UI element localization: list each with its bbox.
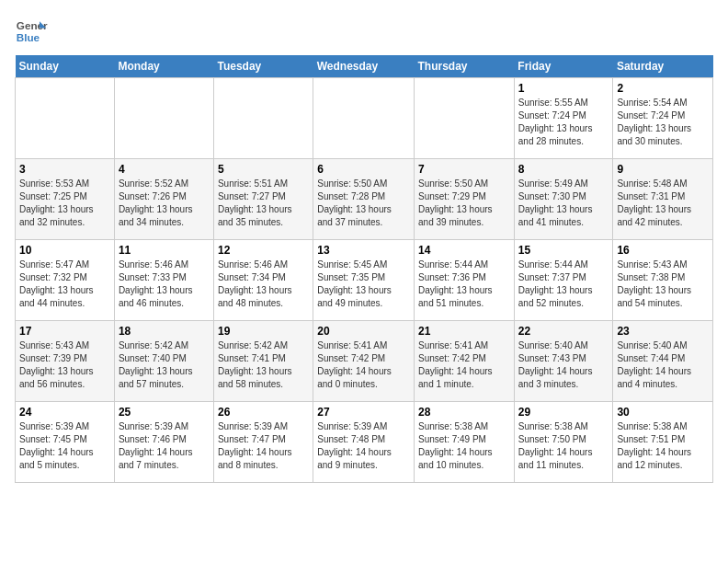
day-info: Sunrise: 5:48 AM Sunset: 7:31 PM Dayligh… <box>617 178 709 229</box>
weekday-header-friday: Friday <box>514 55 613 78</box>
day-cell: 23Sunrise: 5:40 AM Sunset: 7:44 PM Dayli… <box>613 321 713 402</box>
day-info: Sunrise: 5:46 AM Sunset: 7:33 PM Dayligh… <box>119 259 210 310</box>
day-info: Sunrise: 5:49 AM Sunset: 7:30 PM Dayligh… <box>518 178 609 229</box>
day-number: 14 <box>418 244 510 257</box>
day-cell: 4Sunrise: 5:52 AM Sunset: 7:26 PM Daylig… <box>114 159 213 240</box>
day-cell: 28Sunrise: 5:38 AM Sunset: 7:49 PM Dayli… <box>415 402 515 483</box>
day-cell <box>16 78 115 159</box>
day-number: 8 <box>518 163 609 176</box>
day-number: 15 <box>518 244 609 257</box>
day-number: 4 <box>119 163 210 176</box>
day-number: 18 <box>119 325 210 338</box>
day-cell: 24Sunrise: 5:39 AM Sunset: 7:45 PM Dayli… <box>16 402 115 483</box>
week-row-2: 3Sunrise: 5:53 AM Sunset: 7:25 PM Daylig… <box>16 159 713 240</box>
day-number: 23 <box>617 325 709 338</box>
day-number: 7 <box>418 163 510 176</box>
day-info: Sunrise: 5:46 AM Sunset: 7:34 PM Dayligh… <box>218 259 309 310</box>
day-cell: 3Sunrise: 5:53 AM Sunset: 7:25 PM Daylig… <box>16 159 115 240</box>
day-info: Sunrise: 5:53 AM Sunset: 7:25 PM Dayligh… <box>19 178 110 229</box>
day-cell: 10Sunrise: 5:47 AM Sunset: 7:32 PM Dayli… <box>16 240 115 321</box>
logo: General Blue <box>15 15 50 48</box>
day-cell: 26Sunrise: 5:39 AM Sunset: 7:47 PM Dayli… <box>213 402 313 483</box>
day-cell: 29Sunrise: 5:38 AM Sunset: 7:50 PM Dayli… <box>514 402 613 483</box>
day-info: Sunrise: 5:50 AM Sunset: 7:28 PM Dayligh… <box>317 178 410 229</box>
day-number: 27 <box>317 406 410 419</box>
day-cell: 1Sunrise: 5:55 AM Sunset: 7:24 PM Daylig… <box>514 78 613 159</box>
day-info: Sunrise: 5:39 AM Sunset: 7:46 PM Dayligh… <box>119 420 210 472</box>
day-number: 30 <box>617 406 709 419</box>
day-number: 28 <box>418 406 510 419</box>
day-number: 25 <box>119 406 210 419</box>
day-info: Sunrise: 5:51 AM Sunset: 7:27 PM Dayligh… <box>218 178 309 229</box>
weekday-header-monday: Monday <box>114 55 213 78</box>
day-info: Sunrise: 5:54 AM Sunset: 7:24 PM Dayligh… <box>617 97 709 148</box>
day-cell <box>213 78 313 159</box>
day-cell: 30Sunrise: 5:38 AM Sunset: 7:51 PM Dayli… <box>613 402 713 483</box>
logo-icon: General Blue <box>15 15 48 48</box>
week-row-4: 17Sunrise: 5:43 AM Sunset: 7:39 PM Dayli… <box>16 321 713 402</box>
day-info: Sunrise: 5:50 AM Sunset: 7:29 PM Dayligh… <box>418 178 510 229</box>
day-info: Sunrise: 5:38 AM Sunset: 7:51 PM Dayligh… <box>617 420 709 472</box>
day-number: 10 <box>19 244 110 257</box>
day-info: Sunrise: 5:40 AM Sunset: 7:43 PM Dayligh… <box>518 339 609 391</box>
day-number: 22 <box>518 325 609 338</box>
day-cell: 8Sunrise: 5:49 AM Sunset: 7:30 PM Daylig… <box>514 159 613 240</box>
week-row-3: 10Sunrise: 5:47 AM Sunset: 7:32 PM Dayli… <box>16 240 713 321</box>
svg-text:Blue: Blue <box>17 31 40 43</box>
day-number: 20 <box>317 325 410 338</box>
day-cell: 6Sunrise: 5:50 AM Sunset: 7:28 PM Daylig… <box>313 159 415 240</box>
day-cell <box>114 78 213 159</box>
day-number: 12 <box>218 244 309 257</box>
day-cell: 17Sunrise: 5:43 AM Sunset: 7:39 PM Dayli… <box>16 321 115 402</box>
day-cell: 20Sunrise: 5:41 AM Sunset: 7:42 PM Dayli… <box>313 321 415 402</box>
day-number: 9 <box>617 163 709 176</box>
day-number: 29 <box>518 406 609 419</box>
weekday-header-wednesday: Wednesday <box>313 55 415 78</box>
day-info: Sunrise: 5:44 AM Sunset: 7:36 PM Dayligh… <box>418 259 510 310</box>
day-number: 3 <box>19 163 110 176</box>
day-cell: 15Sunrise: 5:44 AM Sunset: 7:37 PM Dayli… <box>514 240 613 321</box>
day-info: Sunrise: 5:45 AM Sunset: 7:35 PM Dayligh… <box>317 259 410 310</box>
day-cell <box>313 78 415 159</box>
day-cell: 14Sunrise: 5:44 AM Sunset: 7:36 PM Dayli… <box>415 240 515 321</box>
day-info: Sunrise: 5:43 AM Sunset: 7:38 PM Dayligh… <box>617 259 709 310</box>
day-cell: 18Sunrise: 5:42 AM Sunset: 7:40 PM Dayli… <box>114 321 213 402</box>
day-cell: 16Sunrise: 5:43 AM Sunset: 7:38 PM Dayli… <box>613 240 713 321</box>
day-info: Sunrise: 5:39 AM Sunset: 7:48 PM Dayligh… <box>317 420 410 472</box>
day-cell: 12Sunrise: 5:46 AM Sunset: 7:34 PM Dayli… <box>213 240 313 321</box>
day-number: 6 <box>317 163 410 176</box>
day-number: 11 <box>119 244 210 257</box>
day-cell: 27Sunrise: 5:39 AM Sunset: 7:48 PM Dayli… <box>313 402 415 483</box>
day-cell: 11Sunrise: 5:46 AM Sunset: 7:33 PM Dayli… <box>114 240 213 321</box>
day-info: Sunrise: 5:42 AM Sunset: 7:40 PM Dayligh… <box>119 339 210 391</box>
day-cell: 21Sunrise: 5:41 AM Sunset: 7:42 PM Dayli… <box>415 321 515 402</box>
day-info: Sunrise: 5:39 AM Sunset: 7:45 PM Dayligh… <box>19 420 110 472</box>
day-info: Sunrise: 5:44 AM Sunset: 7:37 PM Dayligh… <box>518 259 609 310</box>
day-number: 16 <box>617 244 709 257</box>
day-cell <box>415 78 515 159</box>
day-number: 21 <box>418 325 510 338</box>
header: General Blue <box>15 15 713 48</box>
day-number: 19 <box>218 325 309 338</box>
day-cell: 5Sunrise: 5:51 AM Sunset: 7:27 PM Daylig… <box>213 159 313 240</box>
week-row-1: 1Sunrise: 5:55 AM Sunset: 7:24 PM Daylig… <box>16 78 713 159</box>
day-info: Sunrise: 5:40 AM Sunset: 7:44 PM Dayligh… <box>617 339 709 391</box>
weekday-header-tuesday: Tuesday <box>213 55 313 78</box>
day-number: 5 <box>218 163 309 176</box>
calendar-table: SundayMondayTuesdayWednesdayThursdayFrid… <box>15 55 713 483</box>
day-info: Sunrise: 5:55 AM Sunset: 7:24 PM Dayligh… <box>518 97 609 148</box>
day-cell: 19Sunrise: 5:42 AM Sunset: 7:41 PM Dayli… <box>213 321 313 402</box>
weekday-header-sunday: Sunday <box>16 55 115 78</box>
day-info: Sunrise: 5:52 AM Sunset: 7:26 PM Dayligh… <box>119 178 210 229</box>
day-cell: 13Sunrise: 5:45 AM Sunset: 7:35 PM Dayli… <box>313 240 415 321</box>
day-cell: 25Sunrise: 5:39 AM Sunset: 7:46 PM Dayli… <box>114 402 213 483</box>
day-number: 24 <box>19 406 110 419</box>
day-cell: 2Sunrise: 5:54 AM Sunset: 7:24 PM Daylig… <box>613 78 713 159</box>
week-row-5: 24Sunrise: 5:39 AM Sunset: 7:45 PM Dayli… <box>16 402 713 483</box>
day-info: Sunrise: 5:39 AM Sunset: 7:47 PM Dayligh… <box>218 420 309 472</box>
day-info: Sunrise: 5:43 AM Sunset: 7:39 PM Dayligh… <box>19 339 110 391</box>
day-number: 1 <box>518 82 609 95</box>
day-info: Sunrise: 5:38 AM Sunset: 7:49 PM Dayligh… <box>418 420 510 472</box>
day-cell: 22Sunrise: 5:40 AM Sunset: 7:43 PM Dayli… <box>514 321 613 402</box>
day-cell: 7Sunrise: 5:50 AM Sunset: 7:29 PM Daylig… <box>415 159 515 240</box>
